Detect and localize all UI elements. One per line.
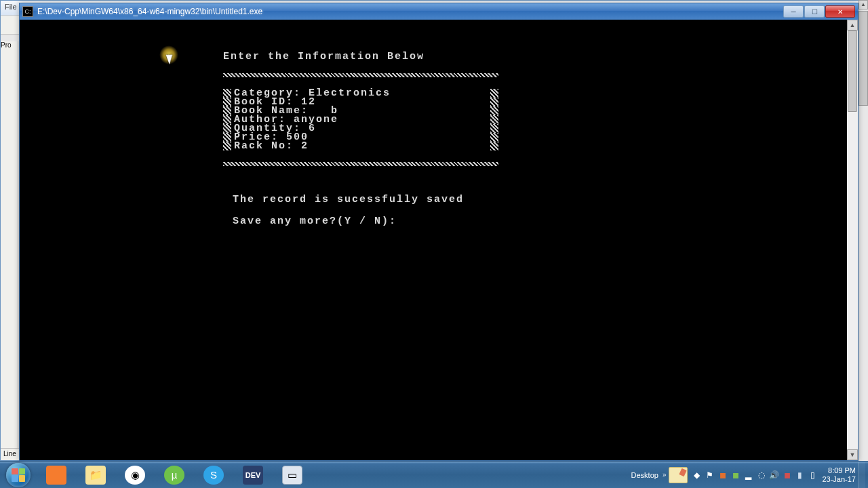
clock[interactable]: 8:09 PM 23-Jan-17 [822, 466, 856, 484]
scroll-track[interactable] [847, 30, 858, 449]
skype-icon: S [203, 466, 224, 485]
form-header: Enter the Information Below [223, 52, 498, 62]
save-more-prompt[interactable]: Save any more?(Y / N): [233, 216, 397, 227]
clock-time: 8:09 PM [822, 466, 856, 475]
show-desktop-button[interactable] [859, 462, 865, 488]
tray-icon-8[interactable]: ◼ [782, 470, 792, 480]
console-body[interactable]: Enter the Information Below Category: El… [20, 20, 858, 460]
scroll-thumb[interactable] [859, 11, 868, 106]
taskbar-devcpp[interactable]: DEV [234, 462, 272, 488]
close-button[interactable]: ✕ [825, 5, 855, 18]
system-tray: Desktop » ◆ ⚑ ◼ ◼ ▂ ◌ 🔊 ◼ ▮ ▯ 8:09 PM 23… [631, 462, 868, 488]
toolbar-desktop-label[interactable]: Desktop [631, 471, 658, 479]
form-box: Category: Electronics Book ID: 12 Book N… [223, 89, 498, 150]
taskbar-console[interactable]: ▭ [273, 462, 311, 488]
tray-battery-icon[interactable]: ▯ [808, 470, 818, 480]
tray-icon-1[interactable]: ◆ [692, 470, 702, 480]
console-window: C: E:\Dev-Cpp\MinGW64\x86_64-w64-mingw32… [19, 3, 859, 461]
scroll-up-icon[interactable]: ▲ [859, 0, 868, 9]
value-rack-no: 2 [301, 140, 309, 152]
tray-icons-group: ◆ ⚑ ◼ ◼ ▂ ◌ 🔊 ◼ ▮ ▯ [692, 470, 818, 480]
console-scrollbar[interactable]: ▲ ▼ [847, 20, 858, 460]
scroll-thumb[interactable] [848, 30, 857, 112]
box-border-top [223, 73, 498, 77]
app-icon: C: [22, 6, 33, 17]
tray-wifi-icon[interactable]: ▮ [795, 470, 805, 480]
taskbar-utorrent[interactable]: µ [155, 462, 193, 488]
scroll-down-arrow-icon[interactable]: ▼ [847, 449, 858, 460]
tray-icon-4[interactable]: ◼ [730, 470, 741, 480]
toolbar-expand-icon[interactable]: » [663, 471, 667, 479]
box-border-bottom [223, 162, 498, 166]
ide-right-scrollbar[interactable]: ▲ [859, 0, 868, 461]
success-message: The record is sucessfully saved [223, 195, 498, 205]
clock-date: 23-Jan-17 [822, 475, 856, 484]
taskbar-file-explorer[interactable]: 📁 [77, 462, 115, 488]
taskbar-app-1[interactable] [37, 462, 75, 488]
ide-status-text: Line [3, 450, 16, 458]
tray-volume-icon[interactable]: 🔊 [769, 470, 779, 480]
window-title: E:\Dev-Cpp\MinGW64\x86_64-w64-mingw32\bi… [37, 7, 783, 16]
chrome-icon: ◉ [125, 466, 145, 485]
ide-side-panel: Pro [1, 41, 18, 448]
minimize-button[interactable]: ─ [783, 5, 804, 18]
devcpp-icon: DEV [243, 466, 263, 485]
label-rack-no: Rack No: [234, 140, 294, 152]
start-button[interactable] [0, 462, 37, 489]
taskbar-chrome[interactable]: ◉ [116, 462, 154, 488]
ide-menu-file[interactable]: File [5, 3, 17, 11]
ide-panel-label: Pro [1, 41, 12, 49]
taskbar[interactable]: 📁 ◉ µ S DEV ▭ Desktop » ◆ ⚑ ◼ ◼ ▂ ◌ 🔊 ◼ … [0, 461, 868, 488]
console-output: Enter the Information Below Category: El… [20, 20, 498, 249]
taskbar-skype[interactable]: S [195, 462, 233, 488]
window-buttons: ─ ☐ ✕ [783, 5, 855, 18]
utorrent-icon: µ [164, 466, 184, 485]
app-icon-orange [46, 466, 66, 485]
tray-flag-icon[interactable]: ⚑ [705, 470, 715, 480]
maximize-button[interactable]: ☐ [804, 5, 825, 18]
titlebar[interactable]: C: E:\Dev-Cpp\MinGW64\x86_64-w64-mingw32… [20, 3, 858, 20]
tray-icon-6[interactable]: ◌ [756, 470, 766, 480]
folder-icon: 📁 [85, 466, 106, 485]
scroll-up-arrow-icon[interactable]: ▲ [847, 20, 858, 30]
sticky-notes-icon[interactable] [669, 467, 688, 483]
windows-logo-icon [6, 463, 31, 487]
tray-network-icon[interactable]: ▂ [743, 470, 753, 480]
tray-icon-3[interactable]: ◼ [717, 470, 728, 480]
console-icon: ▭ [282, 466, 302, 485]
